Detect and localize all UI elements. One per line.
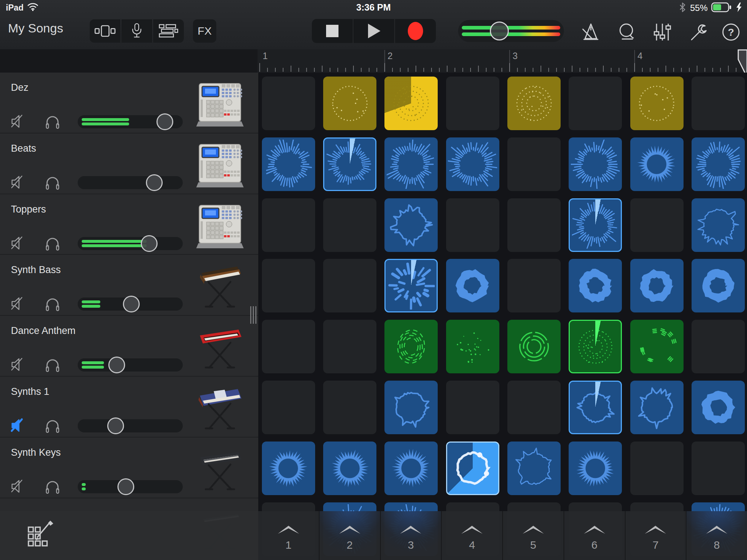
- help-icon[interactable]: ?: [721, 23, 740, 43]
- loop-cell-r2-c1[interactable]: [262, 137, 315, 191]
- trigger-column-8[interactable]: 8: [686, 511, 747, 560]
- track-volume-thumb[interactable]: [141, 235, 158, 252]
- loop-cell-r4-c3[interactable]: [384, 259, 438, 312]
- panel-resize-handle[interactable]: [250, 306, 258, 324]
- track-volume-slider[interactable]: [78, 298, 183, 311]
- tracks-view-button[interactable]: [153, 19, 184, 43]
- loop-cell-r6-c7[interactable]: [630, 381, 684, 434]
- loop-cell-r1-c7[interactable]: [630, 77, 684, 130]
- loop-cell-r5-c7[interactable]: [630, 320, 684, 373]
- loop-cell-r4-c8[interactable]: [692, 259, 745, 312]
- loop-cell-r7-c1[interactable]: [262, 442, 315, 495]
- loop-cell-r4-c5[interactable]: [507, 259, 561, 312]
- play-button[interactable]: [353, 19, 394, 43]
- track-volume-thumb[interactable]: [156, 113, 173, 130]
- metronome-icon[interactable]: [581, 23, 600, 43]
- live-loops-view-button[interactable]: [90, 19, 120, 43]
- loop-cell-r3-c4[interactable]: [446, 198, 499, 252]
- loop-cell-r2-c4[interactable]: [446, 137, 499, 191]
- mixer-icon[interactable]: [653, 23, 672, 43]
- loop-cell-r6-c5[interactable]: [507, 381, 561, 434]
- record-button[interactable]: [394, 19, 436, 43]
- track-volume-thumb[interactable]: [146, 174, 163, 191]
- headphones-button[interactable]: [44, 235, 61, 251]
- loop-cell-r3-c5[interactable]: [507, 198, 561, 252]
- loop-cell-r5-c4[interactable]: [446, 320, 499, 373]
- track-volume-thumb[interactable]: [117, 478, 134, 495]
- loop-cell-r5-c6[interactable]: [569, 320, 622, 373]
- loop-cell-r1-c3[interactable]: [384, 77, 438, 130]
- loop-cell-r2-c3[interactable]: [384, 137, 438, 191]
- loop-cell-r6-c2[interactable]: [323, 381, 376, 434]
- trigger-column-6[interactable]: 6: [564, 511, 625, 560]
- track-volume-thumb[interactable]: [108, 357, 125, 373]
- loop-cell-r6-c8[interactable]: [692, 381, 745, 434]
- mute-button[interactable]: [10, 417, 26, 433]
- trigger-column-3[interactable]: 3: [380, 511, 441, 560]
- loop-cell-r5-c1[interactable]: [262, 320, 315, 373]
- loop-cell-r7-c3[interactable]: [384, 442, 438, 495]
- master-volume-slider[interactable]: [458, 20, 564, 42]
- track-volume-thumb[interactable]: [123, 296, 140, 312]
- stop-button[interactable]: [312, 19, 353, 43]
- loop-cell-r1-c1[interactable]: [262, 77, 315, 130]
- track-header-beats[interactable]: Beats: [0, 133, 258, 194]
- loop-cell-r1-c2[interactable]: [323, 77, 376, 130]
- trigger-column-4[interactable]: 4: [441, 511, 502, 560]
- loop-cell-r5-c8[interactable]: [692, 320, 745, 373]
- loop-cell-r3-c8[interactable]: [692, 198, 745, 252]
- track-header-dez[interactable]: Dez: [0, 73, 258, 133]
- loop-cell-r6-c1[interactable]: [262, 381, 315, 434]
- track-header-dance-anthem[interactable]: Dance Anthem: [0, 316, 258, 377]
- timeline-ruler[interactable]: 1234: [0, 49, 747, 73]
- mute-button[interactable]: [10, 357, 26, 373]
- trigger-column-5[interactable]: 5: [502, 511, 564, 560]
- track-header-synths-1[interactable]: Synths 1: [0, 377, 258, 438]
- loop-cell-r3-c6[interactable]: [569, 198, 622, 252]
- loop-cell-r5-c3[interactable]: [384, 320, 438, 373]
- trigger-column-2[interactable]: 2: [319, 511, 380, 560]
- track-volume-slider[interactable]: [78, 480, 183, 493]
- loop-cell-r3-c2[interactable]: [323, 198, 376, 252]
- loop-cell-r3-c7[interactable]: [630, 198, 684, 252]
- headphones-button[interactable]: [44, 296, 61, 312]
- track-volume-slider[interactable]: [78, 358, 183, 372]
- loop-cell-r4-c6[interactable]: [569, 259, 622, 312]
- headphones-button[interactable]: [44, 478, 61, 494]
- loop-cell-r2-c2[interactable]: [323, 137, 376, 191]
- track-volume-slider[interactable]: [78, 115, 183, 128]
- headphones-button[interactable]: [44, 174, 61, 190]
- mute-button[interactable]: [10, 296, 26, 312]
- loop-cell-r4-c2[interactable]: [323, 259, 376, 312]
- loop-cell-r2-c7[interactable]: [630, 137, 684, 191]
- loop-cell-r7-c6[interactable]: [569, 442, 622, 495]
- loop-cell-r7-c4[interactable]: [446, 442, 499, 495]
- headphones-button[interactable]: [44, 357, 61, 373]
- loop-cell-r2-c6[interactable]: [569, 137, 622, 191]
- fx-button[interactable]: FX: [193, 19, 216, 43]
- trigger-column-1[interactable]: 1: [258, 511, 319, 560]
- loop-cell-r5-c5[interactable]: [507, 320, 561, 373]
- mute-button[interactable]: [10, 174, 26, 190]
- mute-button[interactable]: [10, 478, 26, 494]
- loop-cell-r2-c5[interactable]: [507, 137, 561, 191]
- headphones-button[interactable]: [44, 417, 61, 433]
- loop-cell-r3-c1[interactable]: [262, 198, 315, 252]
- my-songs-button[interactable]: My Songs: [8, 21, 63, 35]
- loop-cell-r3-c3[interactable]: [384, 198, 438, 252]
- mute-button[interactable]: [10, 235, 26, 251]
- record-audio-view-button[interactable]: [121, 19, 152, 43]
- master-volume-thumb[interactable]: [490, 22, 509, 40]
- settings-wrench-icon[interactable]: [689, 23, 708, 43]
- track-header-toppers[interactable]: Toppers: [0, 194, 258, 255]
- loop-cell-r1-c4[interactable]: [446, 77, 499, 130]
- loop-cell-r6-c3[interactable]: [384, 381, 438, 434]
- track-volume-slider[interactable]: [78, 237, 183, 250]
- loop-cell-r7-c2[interactable]: [323, 442, 376, 495]
- track-header-synth-keys[interactable]: Synth Keys: [0, 438, 258, 498]
- loop-cell-r7-c7[interactable]: [630, 442, 684, 495]
- loop-cell-r7-c8[interactable]: [692, 442, 745, 495]
- headphones-button[interactable]: [44, 113, 61, 129]
- track-volume-slider[interactable]: [78, 176, 183, 189]
- loop-cell-r4-c7[interactable]: [630, 259, 684, 312]
